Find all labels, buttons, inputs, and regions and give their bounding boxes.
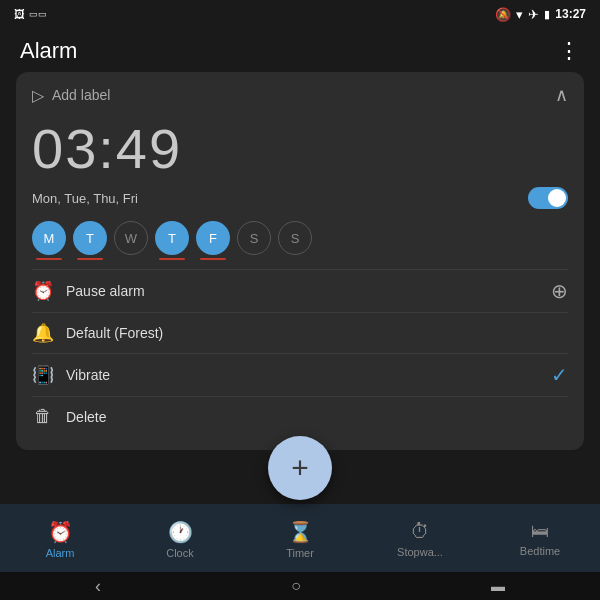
fab-plus-icon: + — [291, 451, 309, 485]
nav-bedtime[interactable]: 🛏 Bedtime — [513, 521, 568, 557]
add-label-left: ▷ Add label — [32, 86, 110, 105]
nav-clock[interactable]: 🕐 Clock — [153, 520, 208, 559]
voicemail-icon: ▭▭ — [29, 9, 47, 19]
vibrate-icon: 📳 — [32, 364, 54, 386]
day-thursday[interactable]: T — [155, 221, 189, 255]
add-alarm-fab[interactable]: + — [268, 436, 332, 500]
ringtone-left: 🔔 Default (Forest) — [32, 322, 163, 344]
ringtone-label: Default (Forest) — [66, 325, 163, 341]
vibrate-label: Vibrate — [66, 367, 110, 383]
stopwatch-nav-icon: ⏱ — [410, 520, 430, 543]
image-icon: 🖼 — [14, 8, 25, 20]
pause-alarm-add-button[interactable]: ⊕ — [551, 279, 568, 303]
recent-button[interactable]: ▬ — [491, 578, 505, 594]
stopwatch-nav-label: Stopwa... — [397, 546, 443, 558]
page-title: Alarm — [20, 38, 77, 64]
repeat-toggle[interactable] — [528, 187, 568, 209]
add-label-row[interactable]: ▷ Add label ∧ — [32, 84, 568, 106]
more-options-button[interactable]: ⋮ — [558, 38, 580, 64]
vibrate-left: 📳 Vibrate — [32, 364, 110, 386]
battery-icon: ▮ — [544, 8, 550, 21]
alarm-card: ▷ Add label ∧ 03:49 Mon, Tue, Thu, Fri M… — [16, 72, 584, 450]
day-monday[interactable]: M — [32, 221, 66, 255]
mute-icon: 🔕 — [495, 7, 511, 22]
nav-stopwatch[interactable]: ⏱ Stopwa... — [393, 520, 448, 558]
delete-label: Delete — [66, 409, 106, 425]
clock-nav-label: Clock — [166, 547, 194, 559]
bedtime-nav-label: Bedtime — [520, 545, 560, 557]
chevron-up-icon[interactable]: ∧ — [555, 84, 568, 106]
vibrate-row[interactable]: 📳 Vibrate ✓ — [32, 353, 568, 396]
bedtime-nav-icon: 🛏 — [531, 521, 549, 542]
alarm-time[interactable]: 03:49 — [32, 116, 568, 181]
day-saturday[interactable]: S — [237, 221, 271, 255]
header: Alarm ⋮ — [0, 28, 600, 72]
alarm-nav-label: Alarm — [46, 547, 75, 559]
delete-icon: 🗑 — [32, 406, 54, 427]
delete-left: 🗑 Delete — [32, 406, 106, 427]
repeat-row: Mon, Tue, Thu, Fri — [32, 187, 568, 209]
nav-alarm[interactable]: ⏰ Alarm — [33, 520, 88, 559]
ringtone-row[interactable]: 🔔 Default (Forest) — [32, 312, 568, 353]
alarm-nav-icon: ⏰ — [48, 520, 73, 544]
timer-nav-label: Timer — [286, 547, 314, 559]
bottom-nav: ⏰ Alarm 🕐 Clock ⌛ Timer ⏱ Stopwa... 🛏 Be… — [0, 504, 600, 572]
status-bar: 🖼 ▭▭ 🔕 ▾ ✈ ▮ 13:27 — [0, 0, 600, 28]
nav-timer[interactable]: ⌛ Timer — [273, 520, 328, 559]
day-tuesday[interactable]: T — [73, 221, 107, 255]
wifi-icon: ▾ — [516, 7, 523, 22]
pause-alarm-icon: ⏰ — [32, 280, 54, 302]
timer-nav-icon: ⌛ — [288, 520, 313, 544]
day-friday[interactable]: F — [196, 221, 230, 255]
back-button[interactable]: ‹ — [95, 576, 101, 597]
status-right-icons: 🔕 ▾ ✈ ▮ 13:27 — [495, 7, 586, 22]
pause-alarm-left: ⏰ Pause alarm — [32, 280, 145, 302]
clock-nav-icon: 🕐 — [168, 520, 193, 544]
vibrate-check-icon[interactable]: ✓ — [551, 363, 568, 387]
day-sunday[interactable]: S — [278, 221, 312, 255]
status-left-icons: 🖼 ▭▭ — [14, 8, 47, 20]
label-icon: ▷ — [32, 86, 44, 105]
status-time: 13:27 — [555, 7, 586, 21]
pause-alarm-label: Pause alarm — [66, 283, 145, 299]
airplane-icon: ✈ — [528, 7, 539, 22]
toggle-thumb — [548, 189, 566, 207]
add-label-text: Add label — [52, 87, 110, 103]
repeat-days-text: Mon, Tue, Thu, Fri — [32, 191, 138, 206]
home-button[interactable]: ○ — [291, 577, 301, 595]
pause-alarm-row[interactable]: ⏰ Pause alarm ⊕ — [32, 269, 568, 312]
delete-row[interactable]: 🗑 Delete — [32, 396, 568, 436]
system-nav: ‹ ○ ▬ — [0, 572, 600, 600]
days-row: M T W T F S S — [32, 221, 568, 255]
ringtone-icon: 🔔 — [32, 322, 54, 344]
day-wednesday[interactable]: W — [114, 221, 148, 255]
